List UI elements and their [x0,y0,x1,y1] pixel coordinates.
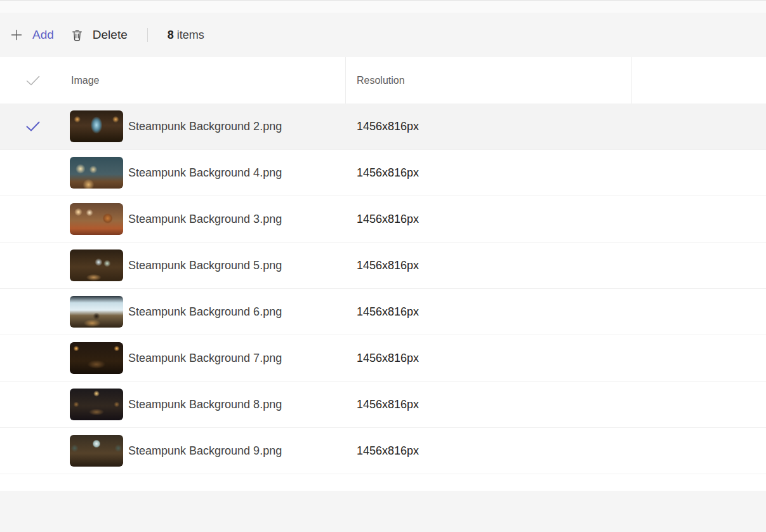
table-row[interactable]: Steampunk Background 7.png 1456x816px [0,335,766,382]
image-cell: Steampunk Background 4.png [70,157,357,189]
delete-button-label: Delete [93,28,128,42]
items-count: 8items [168,29,204,42]
table-header: Image Resolution [0,57,766,103]
table-row[interactable]: Steampunk Background 5.png 1456x816px [0,243,766,289]
column-header-resolution[interactable]: Resolution [357,75,766,86]
select-all-checkbox[interactable] [0,75,70,86]
image-resolution: 1456x816px [357,166,419,180]
toolbar-divider [147,28,148,42]
image-thumbnail [70,249,123,281]
image-thumbnail [70,203,123,235]
image-filename: Steampunk Background 5.png [128,259,282,272]
image-cell: Steampunk Background 2.png [70,110,357,142]
selected-check-icon [25,121,41,132]
image-thumbnail [70,342,123,374]
items-count-label: items [177,29,204,42]
table-row[interactable]: Steampunk Background 4.png 1456x816px [0,150,766,196]
row-checkbox[interactable] [0,167,70,178]
image-cell: Steampunk Background 7.png [70,342,357,374]
plus-icon [10,29,23,41]
resolution-cell: 1456x816px [357,305,766,319]
image-resolution: 1456x816px [357,444,419,458]
image-resolution: 1456x816px [357,120,419,133]
image-resolution: 1456x816px [357,398,419,411]
table-row[interactable]: Steampunk Background 2.png 1456x816px [0,103,766,150]
select-all-check-icon [25,75,41,86]
image-filename: Steampunk Background 4.png [128,166,282,180]
footer-area [0,491,766,532]
image-filename: Steampunk Background 7.png [128,352,282,365]
image-cell: Steampunk Background 6.png [70,296,357,328]
image-cell: Steampunk Background 9.png [70,435,357,467]
resolution-cell: 1456x816px [357,166,766,180]
image-cell: Steampunk Background 3.png [70,203,357,235]
image-thumbnail [70,389,123,420]
image-filename: Steampunk Background 6.png [128,305,282,319]
items-count-number: 8 [168,29,174,42]
trash-icon [71,29,83,41]
toolbar: Add Delete 8items [0,13,766,57]
image-filename: Steampunk Background 3.png [128,213,282,226]
row-checkbox[interactable] [0,213,70,225]
image-resolution: 1456x816px [357,259,419,272]
add-button[interactable]: Add [10,28,54,42]
image-resolution: 1456x816px [357,305,419,319]
image-resolution: 1456x816px [357,213,419,226]
row-checkbox[interactable] [0,352,70,364]
list-end-spacer [0,474,766,491]
column-divider [631,57,632,103]
resolution-cell: 1456x816px [357,120,766,133]
resolution-cell: 1456x816px [357,213,766,226]
image-list-page: Add Delete 8items Image Resolution [0,0,766,532]
table-row[interactable]: Steampunk Background 8.png 1456x816px [0,382,766,428]
image-cell: Steampunk Background 5.png [70,249,357,281]
delete-button[interactable]: Delete [71,28,128,42]
table-row[interactable]: Steampunk Background 6.png 1456x816px [0,289,766,335]
image-thumbnail [70,296,123,328]
table-row[interactable]: Steampunk Background 3.png 1456x816px [0,196,766,243]
resolution-cell: 1456x816px [357,444,766,458]
image-thumbnail [70,110,123,142]
image-cell: Steampunk Background 8.png [70,389,357,420]
image-thumbnail [70,157,123,189]
image-filename: Steampunk Background 8.png [128,398,282,411]
table-row[interactable]: Steampunk Background 9.png 1456x816px [0,428,766,474]
image-resolution: 1456x816px [357,352,419,365]
image-filename: Steampunk Background 2.png [128,120,282,133]
resolution-cell: 1456x816px [357,259,766,272]
top-strip [0,0,766,13]
image-thumbnail [70,435,123,467]
add-button-label: Add [32,28,54,42]
row-checkbox[interactable] [0,399,70,410]
row-checkbox[interactable] [0,306,70,317]
resolution-cell: 1456x816px [357,352,766,365]
row-checkbox[interactable] [0,121,70,132]
column-header-image[interactable]: Image [70,75,357,86]
image-filename: Steampunk Background 9.png [128,444,282,458]
row-checkbox[interactable] [0,260,70,271]
resolution-cell: 1456x816px [357,398,766,411]
row-checkbox[interactable] [0,445,70,456]
column-divider [345,57,346,103]
